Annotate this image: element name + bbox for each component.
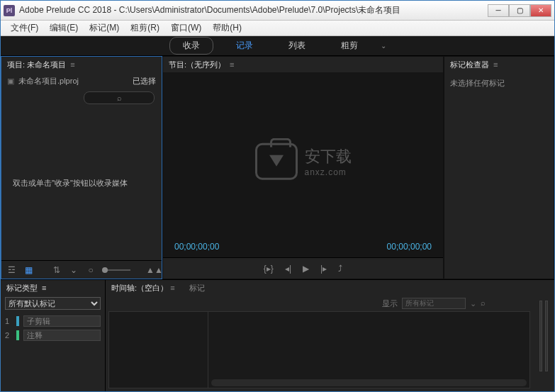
watermark-sub: anxz.com <box>305 167 352 177</box>
go-to-in-icon[interactable]: {▸} <box>264 264 274 274</box>
marker-type-title: 标记类型 <box>6 283 38 293</box>
export-icon[interactable]: ⤴ <box>338 264 342 274</box>
project-status: 已选择 <box>133 76 156 86</box>
audio-meters <box>533 280 554 391</box>
workspace-tab-logging[interactable]: 记录 <box>223 38 266 54</box>
marker-inspector-panel: 标记检查器 ≡ 未选择任何标记 <box>444 56 554 279</box>
zoom-out-icon[interactable]: ○ <box>85 265 96 275</box>
minimize-button[interactable]: ─ <box>488 4 509 17</box>
workspace-tab-list[interactable]: 列表 <box>276 38 318 54</box>
panel-menu-icon[interactable]: ≡ <box>230 60 234 69</box>
timeline-title: 时间轴:（空白） ≡ <box>111 283 175 293</box>
marker-type-select[interactable]: 所有默认标记 <box>5 297 101 310</box>
zoom-slider[interactable] <box>102 269 130 271</box>
project-footer: ☲ ▦ ⇅ ⌄ ○ ▲▲ <box>1 260 162 279</box>
workspace-tab-ingest[interactable]: 收录 <box>169 37 213 55</box>
marker-tab[interactable]: 标记 <box>189 283 205 293</box>
window-title: Adobe Prelude CC 2018 - C:\Users\Adminis… <box>19 4 488 16</box>
audio-meter-left <box>539 301 542 371</box>
monitor-panel: 节目:（无序列） ≡ 安下载 anxz.com 00;00;00;00 00;0… <box>162 56 444 279</box>
titlebar: Pl Adobe Prelude CC 2018 - C:\Users\Admi… <box>1 1 554 21</box>
workspace-overflow-icon[interactable]: ⌄ <box>381 42 386 50</box>
project-search-input[interactable]: ⌕ <box>84 91 155 104</box>
marker-type-label: 注释 <box>23 330 101 341</box>
panel-menu-icon[interactable]: ≡ <box>493 60 498 69</box>
timecode-out[interactable]: 00;00;00;00 <box>387 242 432 252</box>
menu-file[interactable]: 文件(F) <box>5 22 44 34</box>
filter-label: 显示 <box>382 298 398 309</box>
menu-window[interactable]: 窗口(W) <box>165 22 207 34</box>
menu-help[interactable]: 帮助(H) <box>207 22 247 34</box>
watermark-text: 安下载 <box>305 145 352 167</box>
mountain-icon[interactable]: ▲▲ <box>146 265 157 275</box>
menu-marker[interactable]: 标记(M) <box>84 22 125 34</box>
marker-filter-select[interactable]: 所有标记 <box>402 298 466 309</box>
menubar: 文件(F) 编辑(E) 标记(M) 粗剪(R) 窗口(W) 帮助(H) <box>1 21 554 36</box>
transport-controls: {▸} ◂| ▶ |▸ ⤴ <box>163 257 443 279</box>
timecode-in[interactable]: 00;00;00;00 <box>174 242 219 252</box>
filter-icon[interactable]: ⌄ <box>68 265 79 275</box>
marker-inspector-title: 标记检查器 <box>450 60 489 70</box>
project-panel: 项目: 未命名项目 ≡ ▣ 未命名项目.plproj 已选择 ⌕ 双击或单击"收… <box>1 56 162 279</box>
project-empty-hint: 双击或单击"收录"按钮以收录媒体 <box>1 106 162 260</box>
watermark-icon <box>255 142 298 179</box>
search-icon: ⌕ <box>117 94 122 102</box>
maximize-button[interactable]: ▢ <box>509 4 530 17</box>
step-back-icon[interactable]: ◂| <box>285 264 291 274</box>
menu-roughcut[interactable]: 粗剪(R) <box>125 22 165 34</box>
marker-type-panel: 标记类型 ≡ 所有默认标记 1 子剪辑 2 注释 <box>1 280 106 391</box>
audio-meter-right <box>545 301 548 371</box>
marker-type-label: 子剪辑 <box>23 315 101 327</box>
close-button[interactable]: ✕ <box>530 4 551 17</box>
timeline-scrollbar[interactable] <box>211 379 527 386</box>
sort-icon[interactable]: ⇅ <box>51 265 62 275</box>
workspace-tabs: 收录 记录 列表 粗剪 ⌄ <box>1 36 554 56</box>
list-view-icon[interactable]: ☲ <box>6 265 17 275</box>
project-panel-title: 项目: 未命名项目 <box>7 60 66 70</box>
monitor-viewport: 安下载 anxz.com 00;00;00;00 00;00;00;00 <box>163 72 443 257</box>
panel-menu-icon[interactable]: ≡ <box>42 284 46 292</box>
workspace-tab-roughcut[interactable]: 粗剪 <box>328 38 371 54</box>
panel-menu-icon[interactable]: ≡ <box>70 60 74 69</box>
app-icon: Pl <box>4 5 15 16</box>
thumb-view-icon[interactable]: ▦ <box>23 265 34 275</box>
menu-edit[interactable]: 编辑(E) <box>44 22 84 34</box>
monitor-title: 节目:（无序列） <box>169 60 225 70</box>
play-icon[interactable]: ▶ <box>303 264 309 274</box>
watermark: 安下载 anxz.com <box>255 142 352 179</box>
marker-type-item[interactable]: 1 子剪辑 <box>5 314 101 328</box>
timeline-panel: 时间轴:（空白） ≡ 标记 显示 所有标记 ⌄ ⌕ <box>106 280 533 391</box>
search-icon[interactable]: ⌕ <box>481 298 490 308</box>
marker-inspector-empty: 未选择任何标记 <box>444 72 554 94</box>
marker-type-item[interactable]: 2 注释 <box>5 328 101 342</box>
folder-icon: ▣ <box>7 77 14 86</box>
timeline-body[interactable] <box>108 311 530 388</box>
step-forward-icon[interactable]: |▸ <box>320 264 327 274</box>
project-file-name[interactable]: 未命名项目.plproj <box>18 76 128 86</box>
